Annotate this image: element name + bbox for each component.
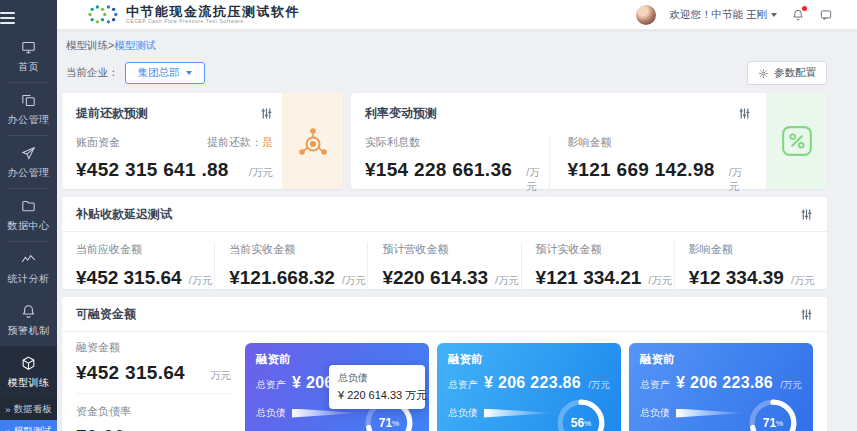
subsidy-card: 补贴收款延迟测试 当前应收金额 ¥452 315.64/万元 当前实收金额 ¥1… xyxy=(62,197,827,289)
stat-value: ¥121 669 142.98 xyxy=(568,159,715,181)
asset-label: 总资产 xyxy=(640,378,670,392)
prepay-flag-value: 是 xyxy=(262,136,273,148)
stat-value: ¥452 315.64 xyxy=(76,267,182,289)
sidebar-item-office-1[interactable]: 办公管理 xyxy=(0,83,57,135)
sidebar-item-data-center[interactable]: 数据中心 xyxy=(0,189,57,241)
folder-icon xyxy=(20,198,37,215)
field-label: 账面资金 xyxy=(76,135,120,150)
donut-percent: 56 xyxy=(571,416,584,430)
company-select[interactable]: 集团总部 xyxy=(125,62,205,84)
stat-label: 实际利息数 xyxy=(365,135,549,150)
sidebar-item-home[interactable]: 首页 xyxy=(0,30,57,82)
stat-unit: /万元 xyxy=(495,274,519,288)
asset-label: 总资产 xyxy=(256,378,286,392)
chevron-down-icon xyxy=(186,71,192,75)
debt-label: 总负债 xyxy=(256,406,286,420)
stat-label: 影响金额 xyxy=(568,135,752,150)
app-title: 中节能现金流抗压测试软件 xyxy=(126,5,300,19)
asset-unit: /万元 xyxy=(780,379,802,392)
subitem-label: 数据看板 xyxy=(14,403,52,416)
stat-unit: /万元 xyxy=(648,274,672,288)
finance-card-1: 融资前 总资产 ¥ 206 223.86 /万元 总负债 净资产 xyxy=(245,343,429,431)
card-title: 提前还款预测 xyxy=(76,105,148,122)
donut-percent: 71 xyxy=(763,416,776,430)
stat-unit: /万元 xyxy=(249,166,273,180)
top-bar: 中节能现金流抗压测试软件 CECEP Cash Flow Pressure Te… xyxy=(57,0,857,30)
user-menu[interactable]: 欢迎您！中节能 王刚 xyxy=(670,8,777,22)
stat-value: ¥121.668.32 xyxy=(229,267,335,289)
finance-card-3: 融资前 总资产 ¥ 206 223.86 /万元 总负债 净资产 xyxy=(629,343,813,431)
sidebar-item-label: 模型训练 xyxy=(8,376,50,390)
breadcrumb: 模型训练>模型测试 xyxy=(66,39,827,53)
sidebar-subitem-model-test[interactable]: » 模型测试 xyxy=(0,420,57,431)
metric-debt-ratio: 资金负债率 70.00% xyxy=(76,404,231,431)
interest-card: 利率变动预测 实际利息数 ¥154 228 661.36 /万元 影响金 xyxy=(351,93,827,189)
debt-bar xyxy=(676,409,744,418)
monitor-icon xyxy=(20,39,37,56)
metric-value: 70.00 xyxy=(76,426,125,431)
tune-filter-icon[interactable] xyxy=(800,208,813,221)
sidebar-item-label: 办公管理 xyxy=(8,113,50,127)
sidebar-item-label: 首页 xyxy=(18,60,39,74)
stat-value: ¥154 228 661.36 xyxy=(365,159,512,181)
tune-filter-icon[interactable] xyxy=(800,308,813,321)
company-label: 当前企业： xyxy=(66,66,119,80)
breadcrumb-parent[interactable]: 模型训练 xyxy=(66,39,108,51)
sidebar-item-label: 统计分析 xyxy=(8,272,50,286)
percent-icon xyxy=(781,125,813,157)
debt-ratio-donut: 56% 资产负债率 xyxy=(552,398,610,431)
card-title: 可融资金额 xyxy=(76,306,136,323)
chart-line-icon xyxy=(20,251,37,268)
donut-percent: 71 xyxy=(379,416,392,430)
stat-unit: /万元 xyxy=(729,166,751,194)
gear-icon xyxy=(758,68,769,79)
metric-label: 融资金额 xyxy=(76,340,231,355)
avatar[interactable] xyxy=(636,5,656,25)
welcome-text: 欢迎您！中节能 王刚 xyxy=(670,8,767,22)
card-icon-panel xyxy=(282,93,343,189)
stat-column: 影响金额 ¥12 334.39/万元 xyxy=(674,242,827,289)
app-subtitle: CECEP Cash Flow Pressure Test Software xyxy=(126,19,300,25)
sidebar-subitem-data-board[interactable]: » 数据看板 xyxy=(0,398,57,420)
stat-label: 当前实收金额 xyxy=(229,242,367,257)
stat-value: ¥121 334.21 xyxy=(536,267,642,289)
asset-label: 总资产 xyxy=(448,378,478,392)
finance-card-title: 融资前 xyxy=(640,352,802,367)
stat-unit: /万元 xyxy=(342,274,366,288)
asset-value: ¥ 206 223.86 xyxy=(484,374,581,392)
sidebar-item-statistics[interactable]: 统计分析 xyxy=(0,242,57,294)
stat-label: 预计营收金额 xyxy=(382,242,520,257)
subitem-marker: » xyxy=(5,404,10,415)
message-icon[interactable] xyxy=(819,8,833,22)
stat-unit: /万元 xyxy=(791,274,815,288)
sidebar-item-office-2[interactable]: 办公管理 xyxy=(0,136,57,188)
stat-column: 当前实收金额 ¥121.668.32/万元 xyxy=(214,242,367,289)
stat-label: 当前应收金额 xyxy=(76,242,214,257)
sidebar: 首页 办公管理 办公管理 数据中心 统计分析 预警机制 模型训练 » 数据看板 … xyxy=(0,0,57,431)
stat-label: 影响金额 xyxy=(689,242,827,257)
cube-icon xyxy=(20,355,37,372)
notification-bell-icon[interactable] xyxy=(791,8,805,22)
config-button[interactable]: 参数配置 xyxy=(747,61,827,85)
toolbar: 当前企业： 集团总部 参数配置 xyxy=(66,61,827,85)
sidebar-item-alert[interactable]: 预警机制 xyxy=(0,294,57,346)
finance-summary-cards: 融资前 总资产 ¥ 206 223.86 /万元 总负债 净资产 xyxy=(245,343,813,431)
sidebar-item-label: 办公管理 xyxy=(8,166,50,180)
tune-filter-icon[interactable] xyxy=(260,107,273,120)
asset-unit: /万元 xyxy=(588,379,610,392)
sidebar-item-model-training[interactable]: 模型训练 xyxy=(0,346,57,398)
copy-icon xyxy=(20,92,37,109)
stat-column: 预计营收金额 ¥220 614.33/万元 xyxy=(367,242,520,289)
hamburger-menu-icon[interactable] xyxy=(0,0,57,30)
tooltip-title: 总负债 xyxy=(338,371,416,385)
debt-label: 总负债 xyxy=(448,406,478,420)
tune-filter-icon[interactable] xyxy=(738,107,751,120)
finance-card-2: 融资前 总资产 ¥ 206 223.86 /万元 总负债 净资产 xyxy=(437,343,621,431)
stat-column: 实际利息数 ¥154 228 661.36 /万元 xyxy=(365,135,549,194)
subitem-label: 模型测试 xyxy=(14,425,52,431)
chevron-down-icon xyxy=(771,13,777,17)
stat-value: ¥12 334.39 xyxy=(689,267,784,289)
notification-badge xyxy=(802,6,807,11)
tooltip-value: ¥ 220 614.33 万元 xyxy=(338,388,416,403)
prepayment-card: 提前还款预测 账面资金 提前还款：是 ¥452 315 641 .88 /万元 xyxy=(62,93,343,189)
